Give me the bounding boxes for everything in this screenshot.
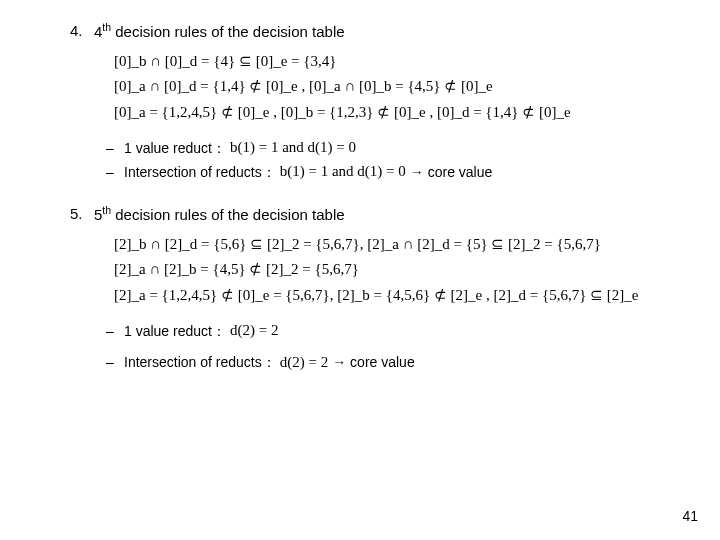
slide-number: 41 (682, 506, 698, 526)
item-5-sup: th (102, 204, 111, 216)
list-item-4-header: 4. 4th decision rules of the decision ta… (70, 20, 650, 43)
item-4-math-block: [0]_b ∩ [0]_d = {4} ⊆ [0]_e = {3,4} [0]_… (114, 49, 650, 126)
item-5-sub-1: – 1 value reduct： d(2) = 2 (106, 320, 650, 342)
item-4-title-rest: decision rules of the decision table (111, 23, 344, 40)
item-4-title: 4th decision rules of the decision table (94, 20, 650, 43)
item-4-math-line2: [0]_a ∩ [0]_d = {1,4} ⊄ [0]_e , [0]_a ∩ … (114, 74, 650, 100)
item-4-math-line1: [0]_b ∩ [0]_d = {4} ⊆ [0]_e = {3,4} (114, 49, 650, 75)
item-4-sub2-math: b(1) = 1 and d(1) = 0 (280, 161, 406, 183)
list-item-5-header: 5. 5th decision rules of the decision ta… (70, 203, 650, 226)
item-5-title: 5th decision rules of the decision table (94, 203, 650, 226)
dash-icon: – (106, 138, 124, 158)
item-5-sub1-label: 1 value reduct： (124, 321, 226, 341)
item-5-sub-2: – Intersection of reducts： d(2) = 2 → co… (106, 352, 650, 374)
item-5-sub2-tail: → core value (332, 352, 414, 372)
item-5-sub2-math: d(2) = 2 (280, 352, 328, 374)
item-4-sub-1: – 1 value reduct： b(1) = 1 and d(1) = 0 (106, 137, 650, 159)
item-4-math-line3: [0]_a = {1,2,4,5} ⊄ [0]_e , [0]_b = {1,2… (114, 100, 650, 126)
item-5-math-line1: [2]_b ∩ [2]_d = {5,6} ⊆ [2]_2 = {5,6,7},… (114, 232, 650, 258)
item-5-sub1-math: d(2) = 2 (230, 320, 278, 342)
item-5-math-block: [2]_b ∩ [2]_d = {5,6} ⊆ [2]_2 = {5,6,7},… (114, 232, 650, 309)
item-4-sub1-math: b(1) = 1 and d(1) = 0 (230, 137, 356, 159)
item-4-sub2-tail: → core value (410, 162, 492, 182)
item-4-number: 4. (70, 20, 94, 42)
item-5-math-line2: [2]_a ∩ [2]_b = {4,5} ⊄ [2]_2 = {5,6,7} (114, 257, 650, 283)
item-5-math-line3: [2]_a = {1,2,4,5} ⊄ [0]_e = {5,6,7}, [2]… (114, 283, 650, 309)
dash-icon: – (106, 352, 124, 372)
item-4-sup: th (102, 21, 111, 33)
dash-icon: – (106, 162, 124, 182)
dash-icon: – (106, 321, 124, 341)
item-5-number: 5. (70, 203, 94, 225)
item-5-sub2-label: Intersection of reducts： (124, 352, 276, 372)
item-4-sub-2: – Intersection of reducts： b(1) = 1 and … (106, 161, 650, 183)
item-4-sub1-label: 1 value reduct： (124, 138, 226, 158)
item-4-sub2-label: Intersection of reducts： (124, 162, 276, 182)
item-5-title-rest: decision rules of the decision table (111, 206, 344, 223)
